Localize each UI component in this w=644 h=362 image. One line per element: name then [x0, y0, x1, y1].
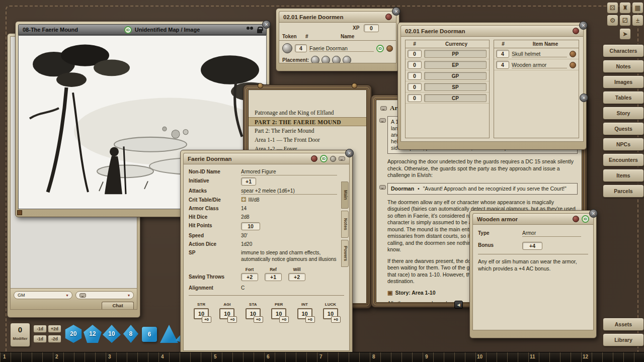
speech-bubble-icon[interactable] [339, 156, 345, 161]
ability-luck[interactable]: LUCK 10 +0 [319, 299, 342, 319]
hotbar-slot[interactable]: 7 [319, 354, 323, 359]
ability-intelligence[interactable]: INT 10 +0 [293, 299, 316, 319]
xp-field[interactable]: 0 [364, 24, 379, 32]
hotbar-slot[interactable]: 1 [3, 354, 6, 359]
ability-agility[interactable]: AGI 10 +0 [215, 299, 238, 319]
nav-back-button[interactable]: ◀ [454, 301, 463, 309]
lock-icon[interactable] [385, 14, 392, 20]
dice-d10[interactable]: 10 [103, 325, 121, 343]
resize-handle[interactable] [17, 210, 22, 215]
map-titlebar[interactable]: 08-The Faerie Mound ID Unidentified Map … [18, 24, 267, 35]
close-icon[interactable]: ✕ [345, 149, 354, 157]
parcel-titlebar[interactable]: 02.01 Faerie Doorman [400, 25, 584, 36]
ability-strength[interactable]: STR 10 +0 [190, 299, 213, 319]
hotbar-slot[interactable]: 12 [583, 354, 588, 359]
close-icon[interactable]: ✕ [262, 20, 271, 29]
story-link-item[interactable]: Area 1-1 — The Front Door [249, 135, 366, 144]
player-vision-icon[interactable] [246, 27, 254, 33]
chat-identity-dropdown[interactable]: GM ▾ [14, 291, 72, 299]
sidebar-item-images[interactable]: Images [603, 75, 644, 88]
ref-save-field[interactable]: +1 [265, 273, 282, 281]
tab-powers[interactable]: Powers [341, 240, 349, 267]
dice-d8[interactable]: 8 [122, 325, 140, 343]
currency-amount-field[interactable]: 0 [408, 72, 422, 80]
npc-titlebar[interactable]: Faerie Doorman ID [183, 153, 350, 164]
npc-window[interactable]: Faerie Doorman ID Non-ID NameArmored Fig… [180, 150, 353, 359]
sidebar-item-story[interactable]: Story [603, 107, 644, 120]
dice-chain-plus2-button[interactable]: -2d [48, 335, 61, 343]
currency-name[interactable]: CP [424, 94, 487, 102]
currency-amount-field[interactable]: 0 [408, 50, 422, 58]
ability-personality[interactable]: PER 10 +0 [267, 299, 290, 319]
chat-emote-dropdown[interactable]: ▾ [75, 291, 134, 299]
item-count-field[interactable]: 4 [496, 61, 509, 69]
tab-notes[interactable]: Notes [341, 211, 349, 238]
speech-bubble-icon[interactable] [379, 185, 386, 190]
fort-save-field[interactable]: +2 [241, 273, 258, 281]
currency-name[interactable]: EP [424, 61, 487, 69]
grid-tool-icon[interactable]: ▦ [632, 2, 643, 14]
encounter-window[interactable]: 02.01 Faerie Doormen XP 0 Token # Name 4… [276, 8, 399, 71]
chat-tab[interactable]: Chat [102, 302, 134, 309]
story-link-item-active[interactable]: PART 2: THE FAERIE MOUND [249, 117, 366, 126]
hotbar-slot[interactable]: 3 [108, 354, 111, 359]
sidebar-item-items[interactable]: Items [603, 169, 644, 182]
hotbar-slot[interactable]: 8 [372, 354, 375, 359]
pointer-icon[interactable]: ➤ [619, 28, 631, 40]
dice-chain-minus-button[interactable]: -1d [33, 325, 47, 333]
hit-points-field[interactable]: 10 [241, 222, 260, 230]
dice-chain-plus-button[interactable]: +2d [48, 325, 61, 333]
dice-d20[interactable]: 20 [64, 325, 83, 343]
hotbar-slot[interactable]: 6 [267, 354, 270, 359]
lock-icon[interactable] [573, 28, 579, 34]
initiative-field[interactable]: +1 [241, 177, 256, 186]
sidebar-item-assets[interactable]: Assets [603, 318, 644, 331]
delete-icon[interactable] [386, 45, 393, 52]
sidebar-item-notes[interactable]: Notes [603, 60, 644, 73]
id-badge[interactable]: ID [320, 155, 328, 162]
hotbar-slot[interactable]: 9 [425, 354, 428, 359]
dice-d12[interactable]: 12 [84, 325, 102, 343]
story-link-item[interactable]: Patronage and the King of Elfland [249, 108, 366, 117]
currency-name[interactable]: GP [424, 72, 487, 80]
hotbar[interactable]: 1 2 3 4 5 6 7 8 9 10 11 12 [0, 352, 644, 362]
placement-token[interactable] [321, 56, 330, 63]
placement-token[interactable] [343, 56, 351, 63]
sidebar-item-tables[interactable]: Tables [603, 91, 644, 104]
close-icon[interactable]: ✕ [579, 21, 588, 30]
speed-field[interactable]: 30' [241, 232, 337, 239]
pin-icon[interactable] [379, 118, 386, 123]
die-roll-icon[interactable]: ⚂ [619, 15, 631, 26]
dice-d6[interactable]: 6 [142, 327, 157, 342]
dice-tray-icon[interactable]: ⚄ [607, 2, 618, 14]
currency-name[interactable]: SP [424, 83, 487, 91]
dice-chain-minus2-button[interactable]: -1d [33, 335, 47, 343]
item-link-icon[interactable] [570, 51, 576, 57]
lock-icon[interactable] [311, 155, 317, 162]
close-icon[interactable]: ✕ [589, 209, 598, 218]
ability-stamina[interactable]: STA 10 +0 [242, 299, 265, 319]
share-icon[interactable] [330, 156, 336, 162]
modifier-icon[interactable]: ± [632, 15, 643, 26]
close-icon[interactable]: ✕ [392, 7, 400, 16]
lock-icon[interactable] [257, 29, 262, 33]
armor-class-field[interactable]: 14 [241, 205, 337, 212]
item-name-field[interactable]: Wooden armor [512, 62, 567, 68]
dice-d4[interactable] [160, 325, 178, 343]
item-link-icon[interactable] [570, 62, 576, 68]
sidebar-item-library[interactable]: Library [603, 333, 644, 346]
npc-count-field[interactable]: 4 [295, 44, 307, 52]
currency-name[interactable]: PP [424, 50, 487, 58]
hotbar-slot[interactable]: 4 [161, 354, 164, 359]
id-badge[interactable]: ID [582, 215, 589, 223]
encounter-titlebar[interactable]: 02.01 Faerie Doormen [279, 11, 396, 22]
item-window[interactable]: Wooden armor ID TypeArmor Bonus+4 Any el… [469, 210, 597, 338]
item-type-field[interactable]: Armor [522, 230, 581, 237]
npc-token[interactable] [282, 43, 292, 53]
alignment-field[interactable]: C [241, 285, 337, 291]
sidebar-item-quests[interactable]: Quests [603, 122, 644, 135]
id-badge[interactable]: ID [376, 45, 384, 52]
will-save-field[interactable]: +2 [288, 273, 305, 281]
placement-token[interactable] [311, 56, 319, 63]
sidebar-item-parcels[interactable]: Parcels [603, 185, 644, 198]
